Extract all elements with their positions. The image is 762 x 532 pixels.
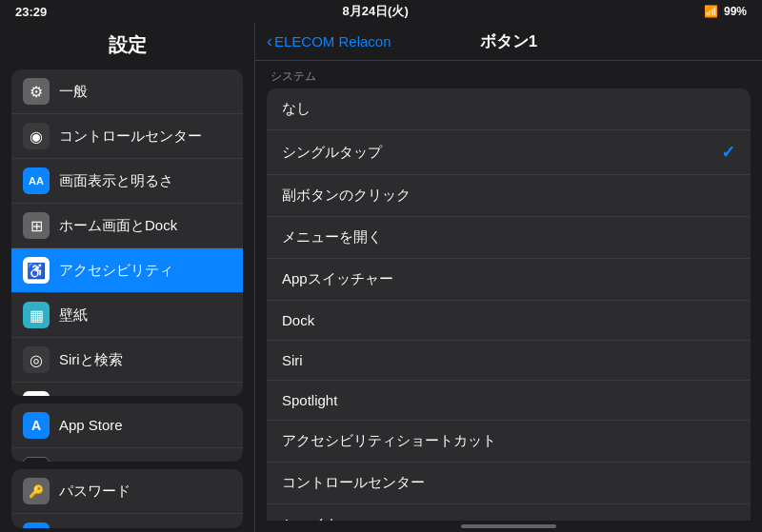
panel-item-control-center[interactable]: コントロールセンター	[267, 463, 751, 504]
home-icon: ⊞	[23, 212, 50, 239]
panel-title: ボタン1	[480, 30, 537, 52]
sidebar-item-display[interactable]: AA 画面表示と明るさ	[11, 159, 243, 204]
password-icon: 🔑	[23, 478, 50, 504]
panel-item-label-app-switcher: Appスイッチャー	[282, 270, 393, 288]
panel-item-none[interactable]: なし	[267, 89, 751, 130]
sidebar-item-general[interactable]: ⚙ 一般	[11, 69, 243, 114]
back-chevron-icon: ‹	[267, 31, 272, 51]
sidebar-item-control-center[interactable]: ◉ コントロールセンター	[11, 114, 243, 159]
panel-item-dock[interactable]: Dock	[267, 301, 751, 341]
sidebar-item-password[interactable]: 🔑 パスワード	[11, 469, 243, 514]
sidebar-item-apple-pencil[interactable]: ✏ Apple Pencil	[11, 383, 243, 396]
section-label: システム	[255, 61, 762, 89]
panel-item-shake[interactable]: シェイク	[267, 504, 751, 521]
panel-item-label-spotlight: Spotlight	[282, 392, 337, 408]
wifi-icon: 📶	[704, 5, 718, 18]
wallet-icon: 💳	[23, 457, 50, 463]
main-layout: 設定 ⚙ 一般 ◉ コントロールセンター AA 画面表示と明るさ ⊞ ホーム画面…	[0, 23, 762, 532]
siri-icon: ◎	[23, 346, 50, 373]
sidebar-item-siri[interactable]: ◎ Siriと検索	[11, 338, 243, 383]
sidebar-item-mail[interactable]: ✉ メール	[11, 514, 243, 528]
scroll-indicator	[461, 524, 556, 528]
panel-item-sub-button[interactable]: 副ボタンのクリック	[267, 175, 751, 217]
wallpaper-icon: ▦	[23, 302, 50, 328]
panel-item-spotlight[interactable]: Spotlight	[267, 381, 751, 421]
back-button[interactable]: ‹ ELECOM Relacon	[267, 31, 391, 51]
panel-item-siri[interactable]: Siri	[267, 341, 751, 381]
apple-pencil-icon: ✏	[23, 391, 50, 396]
sidebar-item-wallpaper[interactable]: ▦ 壁紙	[11, 293, 243, 338]
sidebar-item-accessibility[interactable]: ♿ アクセシビリティ	[11, 248, 243, 293]
panel-list[interactable]: システム なしシングルタップ✓副ボタンのクリックメニューを開くAppスイッチャー…	[255, 61, 762, 521]
back-label: ELECOM Relacon	[274, 33, 391, 49]
panel-item-label-shake: シェイク	[282, 516, 339, 521]
general-icon: ⚙	[23, 78, 50, 105]
panel-item-single-tap[interactable]: シングルタップ✓	[267, 130, 751, 175]
panel-item-label-accessibility-shortcut: アクセシビリティショートカット	[282, 432, 496, 450]
status-date: 8月24日(火)	[342, 3, 408, 20]
sidebar: 設定 ⚙ 一般 ◉ コントロールセンター AA 画面表示と明るさ ⊞ ホーム画面…	[0, 23, 255, 532]
panel-item-label-dock: Dock	[282, 312, 314, 328]
panel-item-accessibility-shortcut[interactable]: アクセシビリティショートカット	[267, 421, 751, 463]
sidebar-title: 設定	[0, 23, 254, 66]
right-panel: ‹ ELECOM Relacon ボタン1 システム なしシングルタップ✓副ボタ…	[255, 23, 762, 532]
battery-text: 99%	[724, 5, 747, 18]
sidebar-item-appstore[interactable]: A App Store	[11, 404, 243, 448]
display-icon: AA	[23, 167, 50, 194]
status-bar: 23:29 8月24日(火) 📶 99%	[0, 0, 762, 23]
appstore-icon: A	[23, 412, 50, 439]
panel-item-app-switcher[interactable]: Appスイッチャー	[267, 259, 751, 301]
panel-item-label-control-center: コントロールセンター	[282, 474, 425, 492]
sidebar-section-3: 🔑 パスワード ✉ メール	[11, 469, 243, 528]
panel-item-open-menu[interactable]: メニューを開く	[267, 217, 751, 259]
panel-items-section: なしシングルタップ✓副ボタンのクリックメニューを開くAppスイッチャーDockS…	[267, 89, 751, 521]
panel-item-label-siri: Siri	[282, 352, 303, 368]
panel-item-label-sub-button: 副ボタンのクリック	[282, 187, 411, 205]
status-time: 23:29	[15, 5, 47, 19]
sidebar-item-wallet[interactable]: 💳 Walletと Apple Pay	[11, 448, 243, 463]
accessibility-icon: ♿	[23, 257, 50, 284]
panel-item-check-single-tap: ✓	[721, 142, 735, 163]
sidebar-section-2: A App Store 💳 Walletと Apple Pay	[11, 404, 243, 463]
sidebar-section-1: ⚙ 一般 ◉ コントロールセンター AA 画面表示と明るさ ⊞ ホーム画面とDo…	[11, 69, 243, 396]
panel-item-label-none: なし	[282, 100, 311, 118]
panel-header: ‹ ELECOM Relacon ボタン1	[255, 23, 762, 61]
sidebar-item-home[interactable]: ⊞ ホーム画面とDock	[11, 204, 243, 248]
mail-icon: ✉	[23, 522, 50, 528]
control-center-icon: ◉	[23, 123, 50, 149]
panel-item-label-single-tap: シングルタップ	[282, 144, 382, 162]
panel-item-label-open-menu: メニューを開く	[282, 228, 382, 246]
